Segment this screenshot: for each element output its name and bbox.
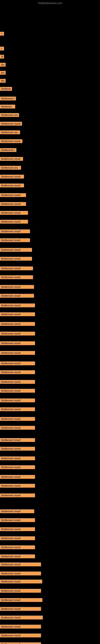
bottleneck-result-item: Bottleneck result [0,634,41,637]
bottleneck-result-item: Bottleneck result [0,509,34,513]
bottleneck-result-item: | [0,47,4,50]
bottleneck-result-item: Bottleneck result [0,193,26,197]
bottleneck-result-item: B [0,55,4,58]
bottleneck-result-item: Bottleneck result [0,426,35,430]
bottleneck-result-item: Bottleneck result [0,220,28,224]
bottleneck-result-item: Bottleneck result [0,554,35,558]
bottleneck-result-item: Bottleneck result [0,380,35,384]
bottleneck-result-item: Bottleneck result [0,447,35,450]
bottleneck-result-item: Bottleneck result [0,332,35,336]
bottleneck-result-item: Bottleneck result [0,518,35,522]
bottleneck-result-item: Bottleneck result [0,322,35,326]
bottleneck-result-item: Bottleneck result [0,494,35,497]
bottleneck-result-item: Bottleneck result [0,407,35,411]
site-title: TheBottlenecker.com [38,2,62,5]
bottleneck-result-item: Bottleneck result [0,607,41,611]
bottleneck-result-item: Bottleneck result [0,202,26,206]
bottleneck-result-item: Bottleneck r [0,96,16,100]
bottleneck-result-item: Bottleneck res [0,166,21,170]
bottleneck-result-item: Bottleneck result [0,362,35,365]
bottleneck-result-item: Bottleneck result [0,230,30,233]
bottleneck-result-item: Bottleneck result [0,546,35,549]
bottleneck-result-item: Bottleneck result [0,285,34,289]
bottleneck-result-item: Bottlenec [0,105,15,108]
bottleneck-result-item: Bottleneck result [0,625,41,628]
bottleneck-result-item: Bottleneck result [0,351,35,355]
bottleneck-result-item: Bottleneck result [0,527,35,531]
bottleneck-result-item: Bo [0,71,6,75]
bottleneck-result-item: Bottleneck result [0,122,22,126]
bottleneck-result-item: Bottleneck result [0,275,33,279]
bottleneck-result-item: Bottleneck res [0,130,20,134]
bottleneck-result-item: Bottleneck res [0,113,19,117]
bottleneck-result-item: Bottleneck result [0,248,32,252]
bottleneck-result-item: Bottleneck result [0,370,35,374]
bottleneck-result-item: Bottleneck result [0,438,35,442]
bottleneck-result-item: Bottleneck result [0,257,32,260]
bottleneck-result-item: Bottleneck result [0,589,41,593]
bottleneck-result-item: Bottleneck result [0,562,41,566]
bottleneck-result-item: Bottlene [0,87,12,91]
bottleneck-result-item: Bottleneck result [0,211,28,215]
bottleneck-result-item: Bottleneck result [0,456,35,460]
bottleneck-result-item: Bottleneck result [0,266,33,270]
bottleneck-result-item: Bottleneck result [0,294,34,298]
bottleneck-result-item: Bottleneck result [0,341,35,345]
bottleneck-result-item: Bottleneck result [0,417,35,421]
bottleneck-result-item: Bottleneck result [0,572,41,575]
bottleneck-result-item: Bottleneck result [0,475,35,479]
bottleneck-result-item: Bottleneck result [0,616,43,620]
bottleneck-result-item: Bottleneck result [0,175,24,178]
bottleneck-result-item: Bottleneck r [0,148,16,152]
bottleneck-result-item: Bottleneck result [0,312,35,316]
bottleneck-result-item: Bottleneck result [0,389,35,393]
bottleneck-result-item: Bottleneck result [0,598,42,602]
bottleneck-result-item: Bottleneck result [0,642,41,644]
bottleneck-result-item: Bottleneck result [0,157,23,161]
bottleneck-result-item: | [0,32,4,36]
bottleneck-result-item: Bottleneck result [0,398,35,402]
bottleneck-result-item: Bottleneck result [0,139,22,143]
bottleneck-result-item: Bottleneck result [0,484,35,488]
bottleneck-result-item: Bottleneck result [0,465,35,469]
bottleneck-result-item: Bottleneck result [0,184,24,187]
bottleneck-result-item: Bo [0,79,6,83]
bottleneck-result-item: Bottleneck result [0,238,30,242]
bottleneck-result-item: Bottleneck result [0,536,35,540]
bottleneck-result-item: Bottleneck result [0,580,42,584]
bottleneck-result-item: Bottleneck result [0,304,35,307]
bottleneck-result-item: Bo [0,63,6,66]
